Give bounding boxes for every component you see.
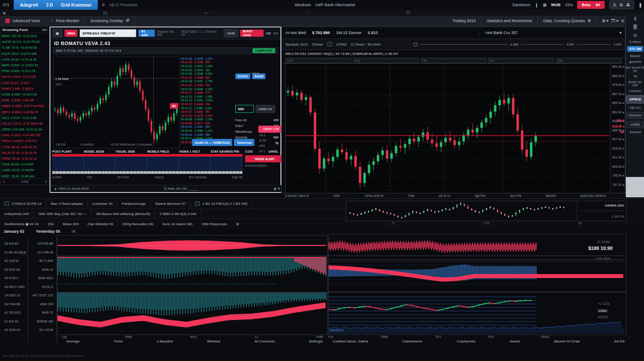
table-header-cell[interactable]: MOBILE FIELD [147, 150, 179, 153]
watchlist-row[interactable]: DELM57.90-0.19 19.78 [0, 150, 49, 156]
trading-menu[interactable]: Trading 5016 [447, 16, 482, 26]
watchlist-row[interactable]: KOVA5.0407+0.40 4.34 [0, 92, 49, 97]
rail-item-5[interactable]: TB [633, 75, 637, 78]
indicator-L1[interactable] [57, 235, 328, 256]
maximum-box[interactable]: Maximum [626, 112, 644, 119]
truck-icon[interactable]: 🖶 [626, 3, 630, 7]
rail-item-2[interactable]: Balance [630, 54, 640, 58]
watchlist-row[interactable]: TRVA59.05+0.07594 [0, 161, 49, 167]
mid-seg-a3[interactable]: Paradoxhunger [117, 199, 151, 208]
mid-seg-b3[interactable]: 3 5664 0 4M 8(3) 3 046 [155, 209, 201, 219]
symbols-control[interactable]: Symbols 1913 [285, 42, 308, 46]
watchlist-row[interactable]: AXCM20.171+0.47 P4.00 [0, 39, 49, 45]
price-mode-button[interactable]: 2/PRICE [626, 95, 644, 104]
tab-3[interactable]: Grid Kramman [61, 3, 92, 8]
collapse-icon[interactable]: ▾ [619, 31, 621, 35]
menu-button[interactable]: ▣ [53, 29, 62, 37]
table-header-cell[interactable]: VISUAL SIDE [115, 150, 147, 153]
range-slider[interactable]: -1.003 4.3% 1.470 [414, 42, 621, 46]
watchlist-row[interactable]: BRNT157.00+0.29 5.41 [0, 33, 49, 39]
ohr-button[interactable]: OHR [224, 29, 238, 37]
watchlist-row[interactable]: ORNX59.00-0.44 91.91 [0, 156, 49, 161]
price-monitor-control[interactable]: + Price Monitor [46, 16, 85, 26]
app-icon[interactable]: ▣ [3, 11, 6, 15]
mid-seg-b2[interactable]: 0M Bacon A45 willbeing (Benturi5) [92, 209, 155, 219]
mid-menu-item-2[interactable]: Mean 005 [58, 219, 83, 229]
watchlist-row[interactable]: MERI91009+1 21020 42 [0, 62, 49, 68]
watchlist-row[interactable]: LUMN25.05+0.94159 [0, 167, 49, 173]
dtimes-control[interactable]: D.Times ↑ 60-3941 [351, 42, 381, 46]
beta-button[interactable]: Beta 60 [577, 1, 605, 9]
mid-seg-a1[interactable]: Man 3 Reed adapter [46, 199, 88, 208]
table-header-cell[interactable]: POST PLANT [52, 150, 84, 153]
back-arrow-icon[interactable]: ⟵ [204, 11, 209, 15]
grid-layout-icon[interactable]: ⊞ ▾ [602, 19, 609, 23]
panel-icon[interactable]: 🗔 [406, 11, 410, 15]
overlay-checkbox[interactable] [327, 42, 332, 46]
mid-menu-item-3[interactable]: Oak Whitelist 69 [83, 219, 118, 229]
tab-2[interactable]: 3 D [46, 3, 53, 8]
rail-chip[interactable]: KTC 5M [627, 46, 643, 52]
mid-seg-a4[interactable]: Marine Behavior 57 [151, 199, 191, 208]
table-header-cell[interactable]: VIGNA 1 VOLT [179, 150, 211, 153]
home-icon[interactable]: ⌂ [307, 11, 309, 15]
timer-control[interactable]: 5Timer [312, 42, 323, 46]
watchlist-row[interactable]: LTNX8.972-0.46 0 [0, 80, 49, 86]
qty-input[interactable]: NW [235, 105, 254, 113]
watchlist-row[interactable]: QRTZ0.0508-0.43 59.79 [0, 109, 49, 115]
mid-menu-item-0[interactable]: No/Moments ▣ 64 04 [0, 219, 43, 229]
mid-menu-item-7[interactable]: ⊞ [231, 219, 243, 229]
watchlist-row[interactable]: LYRA24.50+0.70 14.46 [0, 57, 49, 62]
layers-icon[interactable]: ⧉ [620, 3, 622, 8]
titlebar-center-1[interactable]: Windows [295, 3, 311, 7]
watchlist-row[interactable]: GRDN0.94.008+0.41 41.94 [0, 127, 49, 132]
mid-seg-a5[interactable]: 1 M2 16 PM/1(3) 4 1 M1 045 [191, 199, 252, 208]
statistics-menu[interactable]: Statistics and Movements [482, 16, 538, 26]
watchlist-row[interactable]: CYPR55.03-0.59 05.78 [0, 144, 49, 150]
user-icon[interactable]: ☺ [632, 32, 637, 38]
segment-box[interactable]: 1501 [353, 58, 419, 63]
swap-button[interactable]: SWAP 2.89 [258, 126, 284, 133]
rail-item-7[interactable]: Unknown [629, 89, 641, 92]
cancel-all-button[interactable]: 4893 [65, 30, 78, 37]
spark-panel[interactable]: GAMMA 1800 U 999 04 [346, 201, 626, 221]
titlebar-tools[interactable]: ⋀ ⧉ 🖶 [609, 0, 634, 9]
indicator-L2[interactable] [57, 256, 328, 292]
tab-1[interactable]: Adagrett [20, 3, 38, 8]
indicator-L3[interactable] [57, 292, 328, 335]
trade-alert-button[interactable]: TRADE ALERT [245, 155, 284, 162]
gear-icon[interactable]: ⚙ [587, 19, 591, 23]
mid-menu-item-5[interactable]: 5uns 16 beens 981 [158, 219, 197, 229]
w5568-box[interactable]: w/5568 [626, 121, 644, 128]
watchlist-row[interactable]: PRAX8.605+0.29 0.78 [0, 68, 49, 74]
watchlist-row[interactable]: SDRL9.3030-0.84 48 [0, 97, 49, 103]
watchlist-row[interactable]: SRGA0.00000-0.30 PU [0, 138, 49, 144]
watchlist-row[interactable]: OPLN2.7070-0.75 940LP48 [0, 121, 49, 127]
cfmo-control[interactable]: CFMO [336, 42, 347, 46]
segment-box[interactable]: 13G1 [285, 58, 351, 63]
pct-chip[interactable]: 29.04% [235, 73, 250, 79]
rail-item-0[interactable]: G Mason [629, 40, 641, 43]
window-layout-icon[interactable]: 🗔 ▾ [611, 19, 618, 23]
period-label-2[interactable]: Yesterday 05 [36, 229, 60, 234]
table-header-cell[interactable]: MODEL A5/28 [84, 150, 116, 153]
positions-table[interactable]: POST PLANTMODEL A5/28VISUAL SIDEMOBILE F… [52, 149, 242, 180]
mid-seg-a0[interactable]: 27/05/13 32 PM 14 [0, 199, 46, 208]
block-icon[interactable]: ⊘ [621, 19, 625, 23]
segment-box[interactable]: 1501 [556, 58, 621, 63]
segment-box[interactable]: 141 [488, 58, 554, 63]
screening-overlay-control[interactable]: Screening Overlay 🗗 [85, 16, 135, 26]
watchlist-row[interactable]: TLSM70.01+0.04 40.50 [0, 45, 49, 50]
alt-order-button[interactable]: Tomorrow [234, 139, 254, 146]
grid-icon[interactable]: ▦ [543, 3, 547, 7]
obv-label[interactable]: OBV w/1 [629, 106, 641, 109]
watchlist-row[interactable]: AVLN0.0915-0.12 0.90 [0, 74, 49, 80]
table-header-cell[interactable]: STAY SAVINGS PIN [211, 150, 242, 153]
titlebar-center-2[interactable]: LWP Bank Aftermarket [315, 3, 355, 7]
segment-box[interactable]: 1B3 [421, 58, 487, 63]
quote-button[interactable]: 81 A93 [138, 30, 155, 37]
mid-menu-item-1[interactable]: 15U [43, 219, 58, 229]
sell-hotkey-button[interactable]: B/A07 2343 [240, 30, 264, 37]
upload-rail-icon[interactable]: ⇪ [633, 16, 637, 22]
indicator-R3[interactable] [328, 292, 626, 335]
